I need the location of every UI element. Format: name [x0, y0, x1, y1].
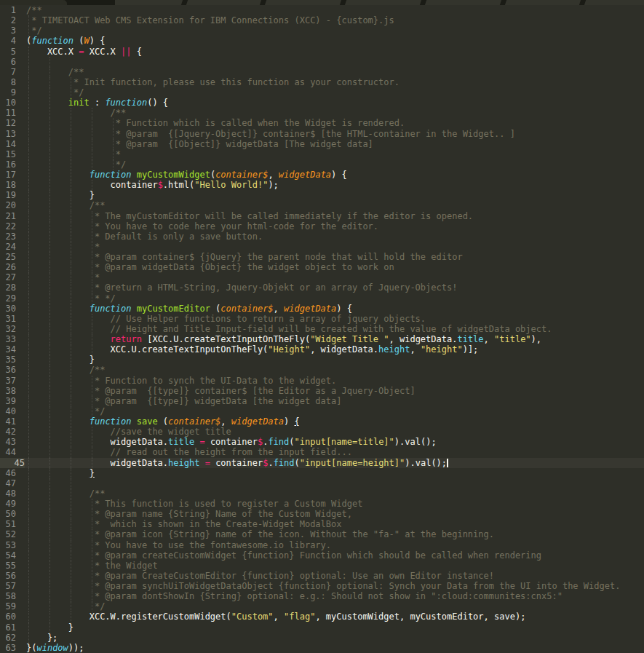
code-line[interactable]: 7 /** [0, 67, 644, 77]
code-line[interactable]: 58 * @param dontShowIn {String} optional… [0, 591, 644, 601]
code-line[interactable]: 14 * @param {[Object]} widgetData [The w… [0, 139, 644, 149]
code-line[interactable]: 54 * @param createCustomWidget {function… [0, 550, 644, 561]
code-line[interactable]: 5 XCC.X = XCC.X || { [0, 47, 644, 57]
code-token: height [168, 458, 199, 468]
code-line[interactable]: 32 // Height and Title Input-field will … [0, 324, 644, 334]
code-line[interactable]: 62 }; [0, 633, 644, 643]
code-token: ) { [336, 304, 352, 314]
code-token: container [26, 180, 158, 190]
code-token: * @param {[Jquery-Object]} container$ [t… [26, 129, 515, 139]
code-token: XCC.W.registerCustomWidget( [26, 612, 231, 622]
code-token: || [121, 47, 131, 57]
line-number: 29 [0, 293, 16, 304]
code-line[interactable]: 34 XCC.U.createTextInputOnTheFly("Height… [0, 344, 644, 355]
code-line[interactable]: 42 //save the widget title [0, 427, 644, 437]
code-token: // read out the height from the input fi… [26, 447, 352, 457]
code-line[interactable]: 30 function myCustomEditor (container$, … [0, 304, 644, 314]
code-line[interactable]: 45 widgetData.height = container$.find("… [0, 458, 644, 468]
code-line[interactable]: 6 [0, 57, 644, 67]
code-line[interactable]: 28 * @return a HTML-String, Jquery-Objek… [0, 282, 644, 293]
code-line[interactable]: 20 /** [0, 200, 644, 210]
code-token: , [268, 170, 278, 180]
code-line[interactable]: 43 widgetData.title = container$.find("i… [0, 437, 644, 447]
code-line[interactable]: 40 */ [0, 406, 644, 416]
code-line[interactable]: 56 * @param CreateCustomEditor {function… [0, 571, 644, 581]
code-line[interactable]: 29 * */ [0, 293, 644, 304]
code-line[interactable]: 4(function (W) { [0, 36, 644, 46]
code-line[interactable]: 38 * @param {[type]} container$ [the Edi… [0, 386, 644, 396]
code-line[interactable]: 17 function myCustomWidget(container$, w… [0, 170, 644, 180]
code-line[interactable]: 55 * the Widget [0, 561, 644, 571]
line-number: 18 [0, 180, 16, 190]
code-line-text: * @param dontShowIn {String} optional: e… [26, 591, 562, 601]
code-line[interactable]: 16 */ [0, 159, 644, 170]
code-line[interactable]: 8 * Init function, please use this funct… [0, 77, 644, 87]
code-line[interactable]: 23 * Default is only a save button. [0, 231, 644, 242]
code-line[interactable]: 47 [0, 478, 644, 488]
code-line-text: /** [26, 488, 105, 499]
code-token: * Default is only a save button. [26, 231, 263, 242]
code-line[interactable]: 26 * @param widgetData {Object} the widg… [0, 262, 644, 272]
code-line[interactable]: 25 * @param container$ {jQuery} the pare… [0, 252, 644, 262]
code-line[interactable]: 44 // read out the height from the input… [0, 447, 644, 457]
code-line[interactable]: 21 * The myCustomEditor will be called i… [0, 211, 644, 221]
code-line[interactable]: 63}(window)); [0, 643, 644, 653]
code-line[interactable]: 15 * [0, 149, 644, 159]
code-line[interactable]: 37 * Function to synch the UI-Data to th… [0, 376, 644, 386]
tab-partial-active[interactable] [115, 0, 644, 5]
indent-guide [49, 57, 50, 67]
code-line[interactable]: 51 * which is shown in the Create-Widget… [0, 519, 644, 529]
code-line[interactable]: 24 * [0, 242, 644, 252]
code-line[interactable]: 11 /** [0, 108, 644, 118]
code-line[interactable]: 57 * @param synchUiToWidgetDataObject {f… [0, 581, 644, 591]
code-line[interactable]: 41 function save (container$, widgetData… [0, 416, 644, 427]
code-line[interactable]: 9 */ [0, 87, 644, 98]
code-token: */ [26, 406, 105, 416]
code-line[interactable]: 48 /** [0, 488, 644, 499]
code-token: "input[name=title]" [295, 437, 394, 447]
code-token [26, 334, 111, 344]
code-line[interactable]: 27 * [0, 272, 644, 282]
code-line[interactable]: 50 * @param name {String} Name of the Cu… [0, 509, 644, 519]
code-line[interactable]: 13 * @param {[Jquery-Object]} container$… [0, 129, 644, 139]
tab-partial-left[interactable] [0, 0, 67, 5]
line-number: 25 [0, 252, 16, 262]
code-line[interactable]: 39 * @param {[type]} widgetData [the wid… [0, 396, 644, 406]
line-number: 7 [0, 67, 16, 77]
code-line[interactable]: 60 XCC.W.registerCustomWidget("Custom", … [0, 612, 644, 622]
code-line[interactable]: 22 * You have to code here your html-cod… [0, 221, 644, 231]
code-line[interactable]: 18 container$.html("Hello World!"); [0, 180, 644, 190]
code-token: XCC.X [84, 47, 121, 57]
code-line[interactable]: 2 * TIMETOACT Web CMS Extension for IBM … [0, 15, 644, 25]
code-line[interactable]: 53 * You have to use the fontawesome.io … [0, 540, 644, 550]
code-token: */ [26, 601, 105, 612]
code-line[interactable]: 49 * This function is used to register a… [0, 499, 644, 509]
code-token: , [410, 344, 420, 355]
code-line[interactable]: 31 // Use Helper functions to return a a… [0, 314, 644, 324]
code-token: , [274, 612, 284, 622]
line-number: 35 [0, 355, 16, 365]
line-number: 5 [0, 47, 16, 57]
code-line[interactable]: 35 } [0, 355, 644, 365]
code-line[interactable]: 52 * @param icon {String} name of the ic… [0, 529, 644, 539]
code-line-text: /** [26, 200, 105, 210]
line-number: 28 [0, 282, 16, 293]
code-line-text: * @param createCustomWidget {function} F… [26, 550, 541, 561]
line-number: 43 [0, 437, 16, 447]
code-line[interactable]: 46 } [0, 468, 644, 478]
code-line[interactable]: 59 */ [0, 601, 644, 612]
code-line[interactable]: 61 } [0, 622, 644, 633]
code-line-text: */ [26, 601, 105, 612]
code-line[interactable]: 36 /** [0, 365, 644, 375]
code-line[interactable]: 19 } [0, 190, 644, 200]
line-number: 10 [0, 98, 16, 108]
code-line[interactable]: 10 init : function() { [0, 98, 644, 108]
code-line[interactable]: 3 */ [0, 25, 644, 36]
code-area[interactable]: 1/**2 * TIMETOACT Web CMS Extension for … [0, 5, 644, 653]
code-line[interactable]: 1/** [0, 5, 644, 15]
code-token: container$ [215, 170, 268, 180]
code-line[interactable]: 33 return [XCC.U.createTextInputOnTheFly… [0, 334, 644, 344]
line-number: 45 [0, 458, 25, 468]
code-line[interactable]: 12 * Function which is called when the W… [0, 118, 644, 128]
code-token: * TIMETOACT Web CMS Extension for IBM Co… [26, 15, 394, 25]
